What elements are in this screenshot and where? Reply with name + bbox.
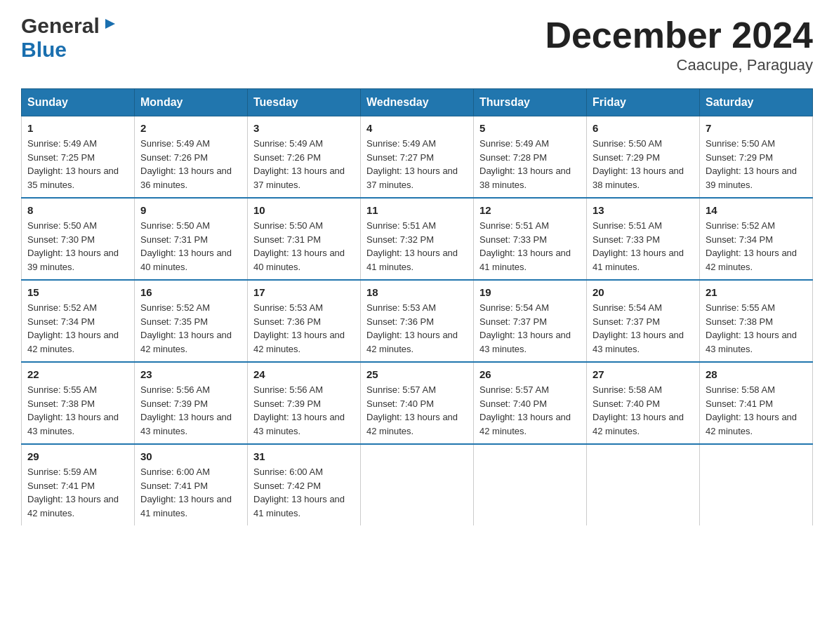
weekday-header-wednesday: Wednesday — [361, 89, 474, 116]
day-info: Sunrise: 5:55 AM Sunset: 7:38 PM Dayligh… — [27, 383, 128, 438]
logo-arrow-icon — [102, 16, 118, 34]
calendar-cell: 5 Sunrise: 5:49 AM Sunset: 7:28 PM Dayli… — [474, 116, 587, 199]
day-info: Sunrise: 5:49 AM Sunset: 7:26 PM Dayligh… — [140, 137, 241, 192]
weekday-header-sunday: Sunday — [22, 89, 135, 116]
month-title: December 2024 — [545, 14, 813, 56]
day-number: 3 — [253, 122, 355, 134]
day-number: 1 — [27, 122, 128, 134]
calendar-cell: 14 Sunrise: 5:52 AM Sunset: 7:34 PM Dayl… — [700, 198, 813, 280]
calendar-cell: 21 Sunrise: 5:55 AM Sunset: 7:38 PM Dayl… — [700, 280, 813, 362]
calendar-cell: 19 Sunrise: 5:54 AM Sunset: 7:37 PM Dayl… — [474, 280, 587, 362]
day-info: Sunrise: 5:50 AM Sunset: 7:29 PM Dayligh… — [593, 137, 694, 192]
day-info: Sunrise: 5:49 AM Sunset: 7:25 PM Dayligh… — [27, 137, 128, 192]
calendar-cell: 29 Sunrise: 5:59 AM Sunset: 7:41 PM Dayl… — [22, 444, 135, 525]
weekday-header-thursday: Thursday — [474, 89, 587, 116]
calendar-cell: 13 Sunrise: 5:51 AM Sunset: 7:33 PM Dayl… — [587, 198, 700, 280]
day-info: Sunrise: 5:50 AM Sunset: 7:30 PM Dayligh… — [27, 219, 128, 274]
day-number: 21 — [706, 286, 807, 298]
day-info: Sunrise: 5:53 AM Sunset: 7:36 PM Dayligh… — [366, 301, 468, 356]
logo-general-text: General — [21, 14, 100, 38]
day-info: Sunrise: 5:52 AM Sunset: 7:35 PM Dayligh… — [140, 301, 241, 356]
calendar-cell: 4 Sunrise: 5:49 AM Sunset: 7:27 PM Dayli… — [361, 116, 474, 199]
calendar-week-row: 1 Sunrise: 5:49 AM Sunset: 7:25 PM Dayli… — [22, 116, 813, 199]
calendar-week-row: 29 Sunrise: 5:59 AM Sunset: 7:41 PM Dayl… — [22, 444, 813, 525]
calendar-cell: 10 Sunrise: 5:50 AM Sunset: 7:31 PM Dayl… — [248, 198, 361, 280]
weekday-header-saturday: Saturday — [700, 89, 813, 116]
day-number: 26 — [479, 368, 581, 380]
calendar-cell: 26 Sunrise: 5:57 AM Sunset: 7:40 PM Dayl… — [474, 362, 587, 444]
calendar-cell: 18 Sunrise: 5:53 AM Sunset: 7:36 PM Dayl… — [361, 280, 474, 362]
day-info: Sunrise: 5:57 AM Sunset: 7:40 PM Dayligh… — [479, 383, 581, 438]
calendar-cell: 31 Sunrise: 6:00 AM Sunset: 7:42 PM Dayl… — [248, 444, 361, 525]
day-number: 29 — [27, 450, 128, 462]
calendar-cell — [587, 444, 700, 525]
page-header: General Blue December 2024 Caacupe, Para… — [21, 14, 813, 74]
weekday-header-tuesday: Tuesday — [248, 89, 361, 116]
day-info: Sunrise: 5:49 AM Sunset: 7:28 PM Dayligh… — [479, 137, 581, 192]
day-info: Sunrise: 5:52 AM Sunset: 7:34 PM Dayligh… — [706, 219, 807, 274]
day-info: Sunrise: 5:58 AM Sunset: 7:41 PM Dayligh… — [706, 383, 807, 438]
calendar-cell: 24 Sunrise: 5:56 AM Sunset: 7:39 PM Dayl… — [248, 362, 361, 444]
day-number: 15 — [27, 286, 128, 298]
day-number: 30 — [140, 450, 241, 462]
calendar-cell: 6 Sunrise: 5:50 AM Sunset: 7:29 PM Dayli… — [587, 116, 700, 199]
day-info: Sunrise: 5:50 AM Sunset: 7:29 PM Dayligh… — [706, 137, 807, 192]
location: Caacupe, Paraguay — [545, 56, 813, 74]
calendar-cell — [700, 444, 813, 525]
day-number: 14 — [706, 204, 807, 216]
day-info: Sunrise: 5:50 AM Sunset: 7:31 PM Dayligh… — [253, 219, 355, 274]
calendar-week-row: 8 Sunrise: 5:50 AM Sunset: 7:30 PM Dayli… — [22, 198, 813, 280]
calendar-cell: 25 Sunrise: 5:57 AM Sunset: 7:40 PM Dayl… — [361, 362, 474, 444]
day-info: Sunrise: 5:59 AM Sunset: 7:41 PM Dayligh… — [27, 465, 128, 520]
day-number: 4 — [366, 122, 468, 134]
logo: General Blue — [21, 14, 118, 62]
day-info: Sunrise: 5:49 AM Sunset: 7:27 PM Dayligh… — [366, 137, 468, 192]
calendar-cell: 30 Sunrise: 6:00 AM Sunset: 7:41 PM Dayl… — [135, 444, 248, 525]
calendar-cell: 9 Sunrise: 5:50 AM Sunset: 7:31 PM Dayli… — [135, 198, 248, 280]
day-number: 27 — [593, 368, 694, 380]
calendar-cell: 2 Sunrise: 5:49 AM Sunset: 7:26 PM Dayli… — [135, 116, 248, 199]
calendar-cell: 17 Sunrise: 5:53 AM Sunset: 7:36 PM Dayl… — [248, 280, 361, 362]
day-info: Sunrise: 5:58 AM Sunset: 7:40 PM Dayligh… — [593, 383, 694, 438]
logo-blue-text: Blue — [21, 38, 67, 61]
calendar-cell — [474, 444, 587, 525]
day-number: 16 — [140, 286, 241, 298]
calendar-cell: 20 Sunrise: 5:54 AM Sunset: 7:37 PM Dayl… — [587, 280, 700, 362]
day-number: 12 — [479, 204, 581, 216]
day-number: 22 — [27, 368, 128, 380]
day-number: 6 — [593, 122, 694, 134]
calendar-cell — [361, 444, 474, 525]
day-number: 11 — [366, 204, 468, 216]
day-number: 8 — [27, 204, 128, 216]
calendar-cell: 3 Sunrise: 5:49 AM Sunset: 7:26 PM Dayli… — [248, 116, 361, 199]
calendar-cell: 12 Sunrise: 5:51 AM Sunset: 7:33 PM Dayl… — [474, 198, 587, 280]
calendar-cell: 15 Sunrise: 5:52 AM Sunset: 7:34 PM Dayl… — [22, 280, 135, 362]
day-info: Sunrise: 5:51 AM Sunset: 7:33 PM Dayligh… — [593, 219, 694, 274]
calendar-week-row: 15 Sunrise: 5:52 AM Sunset: 7:34 PM Dayl… — [22, 280, 813, 362]
calendar-cell: 22 Sunrise: 5:55 AM Sunset: 7:38 PM Dayl… — [22, 362, 135, 444]
day-info: Sunrise: 5:56 AM Sunset: 7:39 PM Dayligh… — [140, 383, 241, 438]
weekday-header-friday: Friday — [587, 89, 700, 116]
day-info: Sunrise: 5:57 AM Sunset: 7:40 PM Dayligh… — [366, 383, 468, 438]
day-info: Sunrise: 6:00 AM Sunset: 7:42 PM Dayligh… — [253, 465, 355, 520]
day-number: 31 — [253, 450, 355, 462]
day-info: Sunrise: 5:54 AM Sunset: 7:37 PM Dayligh… — [479, 301, 581, 356]
day-number: 23 — [140, 368, 241, 380]
day-number: 5 — [479, 122, 581, 134]
day-number: 25 — [366, 368, 468, 380]
day-info: Sunrise: 5:51 AM Sunset: 7:33 PM Dayligh… — [479, 219, 581, 274]
day-info: Sunrise: 5:50 AM Sunset: 7:31 PM Dayligh… — [140, 219, 241, 274]
weekday-header-row: SundayMondayTuesdayWednesdayThursdayFrid… — [22, 89, 813, 116]
day-number: 7 — [706, 122, 807, 134]
day-number: 17 — [253, 286, 355, 298]
title-block: December 2024 Caacupe, Paraguay — [545, 14, 813, 74]
day-info: Sunrise: 5:52 AM Sunset: 7:34 PM Dayligh… — [27, 301, 128, 356]
day-info: Sunrise: 5:55 AM Sunset: 7:38 PM Dayligh… — [706, 301, 807, 356]
day-info: Sunrise: 5:49 AM Sunset: 7:26 PM Dayligh… — [253, 137, 355, 192]
calendar-cell: 28 Sunrise: 5:58 AM Sunset: 7:41 PM Dayl… — [700, 362, 813, 444]
calendar-cell: 7 Sunrise: 5:50 AM Sunset: 7:29 PM Dayli… — [700, 116, 813, 199]
calendar-cell: 8 Sunrise: 5:50 AM Sunset: 7:30 PM Dayli… — [22, 198, 135, 280]
calendar-cell: 1 Sunrise: 5:49 AM Sunset: 7:25 PM Dayli… — [22, 116, 135, 199]
day-info: Sunrise: 5:54 AM Sunset: 7:37 PM Dayligh… — [593, 301, 694, 356]
calendar-cell: 11 Sunrise: 5:51 AM Sunset: 7:32 PM Dayl… — [361, 198, 474, 280]
